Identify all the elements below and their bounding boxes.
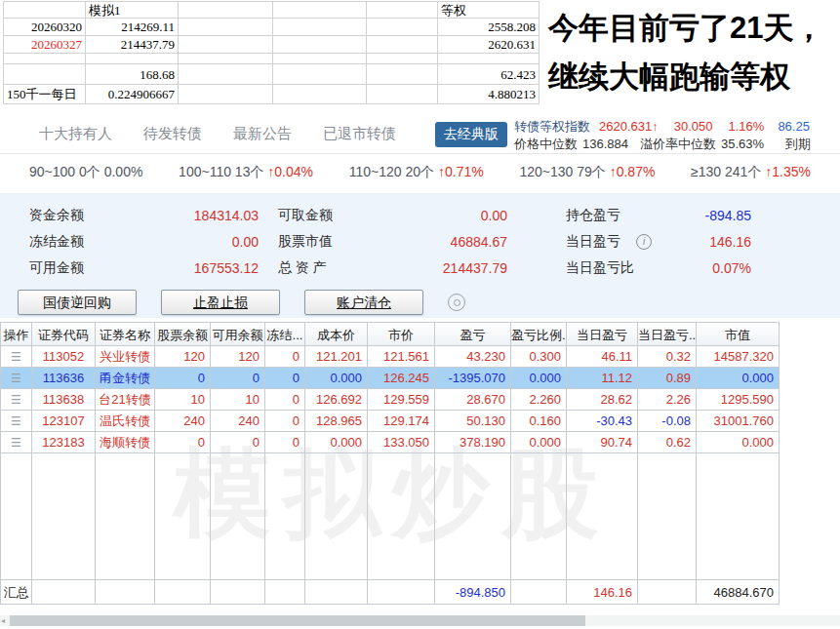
table-cell: 0.160 xyxy=(511,411,567,432)
filler-cell xyxy=(368,453,435,580)
column-header[interactable]: 证券名称 xyxy=(96,322,155,346)
sheet-cell[interactable] xyxy=(367,2,438,19)
sheet-cell[interactable]: 模拟1 xyxy=(86,2,179,19)
menu-icon[interactable]: ☰ xyxy=(11,372,21,385)
column-header[interactable]: 盈亏比例... xyxy=(511,322,567,346)
sheet-cell[interactable]: 214269.11 xyxy=(86,19,179,36)
sheet-cell[interactable] xyxy=(179,85,273,104)
sheet-cell[interactable]: 0.224906667 xyxy=(86,85,179,104)
price-distribution-bar: 90~100 0个 0.00%100~110 13个 ↑0.04%110~120… xyxy=(0,164,840,181)
column-header[interactable]: 市价 xyxy=(368,322,435,346)
tab-1[interactable]: 待发转债 xyxy=(143,125,202,143)
info-icon[interactable]: i xyxy=(636,234,652,250)
table-row[interactable]: ☰123183海顺转债0000.000133.050378.1900.00090… xyxy=(1,432,780,453)
tab-0[interactable]: 十大持有人 xyxy=(39,125,112,143)
scrollbar-thumb[interactable] xyxy=(10,615,585,626)
sheet-cell[interactable] xyxy=(4,54,86,64)
table-cell: 温氏转债 xyxy=(96,411,155,432)
column-header[interactable]: 冻结... xyxy=(265,322,305,346)
sheet-cell[interactable] xyxy=(179,36,273,54)
column-header[interactable]: 当日盈亏... xyxy=(638,322,697,346)
scroll-left-arrow-icon[interactable]: ◂ xyxy=(1,615,5,626)
column-header[interactable]: 当日盈亏 xyxy=(567,322,638,346)
menu-icon[interactable]: ☰ xyxy=(11,436,21,450)
sheet-cell[interactable]: 20260320 xyxy=(4,19,86,36)
column-header[interactable]: 操作 xyxy=(1,322,32,346)
table-cell: 113052 xyxy=(32,346,96,368)
sheet-cell[interactable] xyxy=(367,36,438,54)
column-header[interactable]: 盈亏 xyxy=(435,322,511,346)
sheet-cell[interactable]: 214437.79 xyxy=(86,36,179,54)
menu-icon[interactable]: ☰ xyxy=(11,414,21,428)
sheet-cell[interactable] xyxy=(86,54,179,64)
filler-cell xyxy=(155,453,211,580)
sheet-cell[interactable] xyxy=(179,54,273,64)
horizontal-scrollbar[interactable]: ◂ xyxy=(0,615,840,626)
sheet-cell[interactable]: 150千一每日 xyxy=(4,85,86,104)
sheet-cell[interactable] xyxy=(4,2,86,19)
sheet-cell[interactable] xyxy=(273,54,367,64)
sheet-cell[interactable] xyxy=(367,19,438,36)
sheet-cell[interactable]: 2620.631 xyxy=(438,36,540,54)
table-cell: -30.43 xyxy=(567,411,638,432)
table-cell: 0 xyxy=(155,432,211,453)
column-header[interactable]: 可用余额 xyxy=(211,322,265,346)
sheet-cell[interactable]: 20260327 xyxy=(4,36,86,54)
median-premium-label: 溢价率中位数 xyxy=(640,136,716,153)
summary-cell xyxy=(368,580,435,605)
operation-cell: ☰ xyxy=(1,346,32,368)
sheet-cell[interactable] xyxy=(273,36,367,54)
sheet-cell[interactable] xyxy=(179,2,273,19)
sheet-cell[interactable] xyxy=(273,19,367,36)
table-cell: 2.260 xyxy=(511,389,567,411)
table-cell: 0.000 xyxy=(511,432,567,453)
sheet-cell[interactable] xyxy=(367,64,438,85)
filler-cell xyxy=(211,453,265,580)
classic-version-button[interactable]: 去经典版 xyxy=(435,122,507,147)
summary-cell xyxy=(511,580,567,605)
index-change: 30.050 xyxy=(674,118,713,136)
menu-icon[interactable]: ☰ xyxy=(11,393,21,407)
table-cell: 120 xyxy=(211,346,265,368)
table-cell: 14587.320 xyxy=(697,346,780,368)
column-header[interactable]: 股票余额 xyxy=(155,322,211,346)
sheet-cell[interactable]: 4.880213 xyxy=(438,85,540,104)
filler-cell xyxy=(638,453,697,580)
column-header[interactable]: 市值 xyxy=(697,322,780,346)
table-row[interactable]: ☰113638台21转债10100126.692129.55928.6702.2… xyxy=(1,389,780,411)
sheet-cell[interactable] xyxy=(367,54,438,64)
index-extra-value: 86.25 xyxy=(778,118,810,136)
table-header-row: 操作证券代码证券名称股票余额可用余额冻结...成本价市价盈亏盈亏比例...当日盈… xyxy=(1,322,780,346)
account-cell: 冻结金额0.00 xyxy=(29,233,259,251)
account-cell: 可取金额0.00 xyxy=(278,207,507,224)
sheet-cell[interactable] xyxy=(179,19,273,36)
sheet-cell[interactable] xyxy=(273,2,367,19)
table-row[interactable]: ☰113636甬金转债0000.000126.245-1395.0700.000… xyxy=(1,368,780,389)
filler-cell xyxy=(435,453,511,580)
clear-account-button[interactable]: 账户清仓 xyxy=(304,290,423,315)
table-row[interactable]: ☰113052兴业转债1201200121.201121.56143.2300.… xyxy=(1,346,780,368)
sheet-cell[interactable] xyxy=(179,64,273,85)
sheet-cell[interactable] xyxy=(367,85,438,104)
sheet-cell[interactable] xyxy=(273,85,367,104)
sheet-cell[interactable]: 2558.208 xyxy=(438,19,540,36)
stop-profit-loss-button[interactable]: 止盈止损 xyxy=(161,290,280,315)
tab-3[interactable]: 已退市转债 xyxy=(323,125,396,143)
sheet-cell[interactable] xyxy=(438,54,540,64)
tab-2[interactable]: 最新公告 xyxy=(233,125,292,143)
menu-icon[interactable]: ☰ xyxy=(11,350,21,364)
repo-button[interactable]: 国债逆回购 xyxy=(18,290,137,315)
table-cell: 甬金转债 xyxy=(96,368,155,389)
filler-cell xyxy=(305,453,368,580)
table-cell: 海顺转债 xyxy=(96,432,155,453)
sheet-cell[interactable] xyxy=(4,64,86,85)
sheet-cell[interactable]: 168.68 xyxy=(86,64,179,85)
sheet-cell[interactable]: 等权 xyxy=(438,2,540,19)
table-row[interactable]: ☰123107温氏转债2402400128.965129.17450.1300.… xyxy=(1,411,780,432)
column-header[interactable]: 证券代码 xyxy=(32,322,96,346)
tab-list: 十大持有人待发转债最新公告已退市转债 xyxy=(39,125,427,143)
settings-circle-icon[interactable] xyxy=(448,294,465,311)
sheet-cell[interactable]: 62.423 xyxy=(438,64,540,85)
sheet-cell[interactable] xyxy=(273,64,367,85)
column-header[interactable]: 成本价 xyxy=(305,322,368,346)
